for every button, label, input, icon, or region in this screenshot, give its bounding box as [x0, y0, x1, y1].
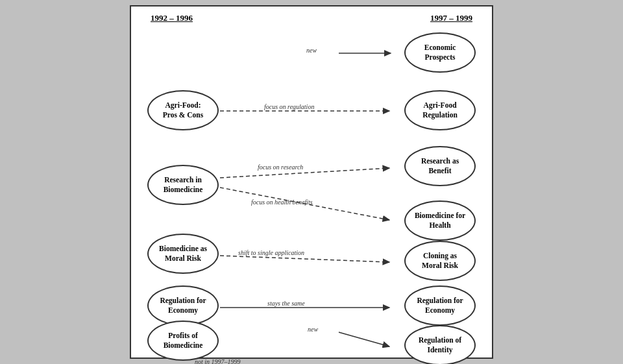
period-right-label: 1997 – 1999 [430, 13, 472, 23]
oval-agri-food-reg: Agri-FoodRegulation [404, 90, 476, 130]
oval-agri-food-left: Agri-Food:Pros & Cons [147, 90, 219, 130]
label-focus-health: focus on health benefits [251, 199, 313, 206]
label-shift-single: shift to single application [238, 249, 304, 256]
oval-regulation-economy-left: Regulation forEconomy [147, 285, 219, 326]
label-stays-same: stays the same [267, 300, 305, 307]
oval-regulation-economy-right: Regulation forEconomy [404, 285, 476, 326]
label-new-identity: new [308, 326, 318, 333]
oval-biomedicine-health: Biomedicine forHealth [404, 200, 476, 241]
diagram-container: 1992 – 1996 1997 – 1999 [130, 5, 493, 359]
period-headers: 1992 – 1996 1997 – 1999 [138, 13, 485, 23]
svg-line-6 [339, 332, 389, 346]
oval-economic-prospects: EconomicProspects [404, 32, 476, 73]
label-not-in: not in 1997–1999 [195, 358, 241, 364]
svg-line-2 [220, 168, 389, 178]
oval-profits-bio: Profits ofBiomedicine [147, 321, 219, 361]
label-new-economic: new [306, 47, 317, 54]
label-focus-research: focus on research [258, 164, 303, 171]
oval-biomedicine-moral: Biomedicine asMoral Risk [147, 234, 219, 274]
label-focus-regulation: focus on regulation [264, 103, 314, 110]
oval-research-bio: Research inBiomedicine [147, 165, 219, 205]
oval-cloning-moral: Cloning asMoral Risk [404, 241, 476, 281]
diagram-body: new focus on regulation focus on researc… [138, 29, 485, 346]
period-left-label: 1992 – 1996 [151, 13, 193, 23]
oval-research-benefit: Research asBenefit [404, 146, 476, 186]
oval-regulation-identity: Regulation ofIdentity [404, 325, 476, 364]
svg-line-4 [220, 256, 389, 262]
